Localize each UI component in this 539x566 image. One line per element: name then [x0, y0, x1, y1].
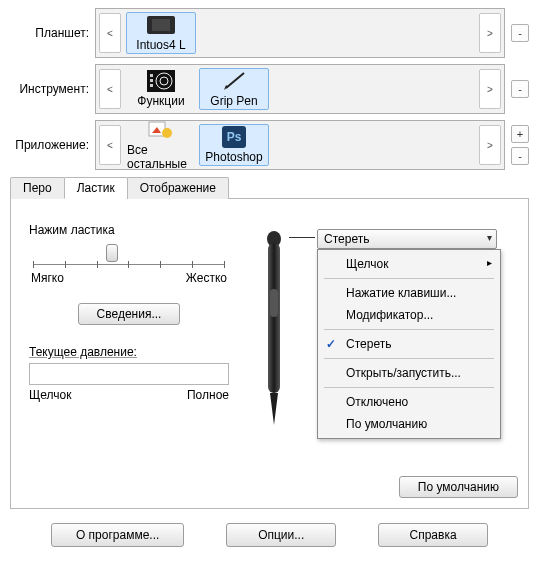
tab-pane-eraser: Нажим ластика Мягко Жестко Сведения... Т… — [10, 199, 529, 509]
tool-item-grippen[interactable]: Grip Pen — [199, 68, 269, 110]
tool-item-label: Grip Pen — [210, 94, 257, 108]
tool-item-functions[interactable]: Функции — [126, 68, 196, 110]
menu-item-disabled[interactable]: Отключено — [318, 391, 500, 413]
app-item-photoshop[interactable]: Ps Photoshop — [199, 124, 269, 166]
app-prev-button[interactable]: < — [99, 125, 121, 165]
about-button[interactable]: О программе... — [51, 523, 184, 547]
tab-pen[interactable]: Перо — [10, 177, 65, 199]
functions-icon — [145, 70, 177, 92]
slider-hard-label: Жестко — [186, 271, 227, 285]
eraser-pressure-title: Нажим ластика — [29, 223, 229, 237]
tool-prev-button[interactable]: < — [99, 69, 121, 109]
tablet-next-button[interactable]: > — [479, 13, 501, 53]
tablet-label: Планшет: — [10, 26, 95, 40]
stylus-icon — [259, 229, 289, 429]
app-label: Приложение: — [10, 138, 95, 152]
app-item-label: Photoshop — [205, 150, 262, 164]
tab-mapping[interactable]: Отображение — [127, 177, 229, 199]
help-button[interactable]: Справка — [378, 523, 488, 547]
options-button[interactable]: Опции... — [226, 523, 336, 547]
app-remove-button[interactable]: - — [511, 147, 529, 165]
apps-icon — [145, 119, 177, 141]
pen-icon — [218, 70, 250, 92]
tablet-item-intuos4[interactable]: Intuos4 L — [126, 12, 196, 54]
svg-rect-6 — [150, 79, 153, 82]
app-item-others[interactable]: Все остальные — [126, 124, 196, 166]
svg-line-8 — [226, 73, 244, 88]
menu-item-default[interactable]: По умолчанию — [318, 413, 500, 435]
app-selector: < Все остальные Ps Photoshop > — [95, 120, 505, 170]
pressure-full-label: Полное — [187, 388, 229, 402]
tab-bar: Перо Ластик Отображение — [10, 176, 529, 199]
svg-text:Ps: Ps — [227, 130, 242, 144]
tablet-prev-button[interactable]: < — [99, 13, 121, 53]
svg-rect-15 — [268, 243, 280, 393]
current-pressure-label: Текущее давление: — [29, 345, 229, 359]
tablet-remove-button[interactable]: - — [511, 24, 529, 42]
details-button[interactable]: Сведения... — [78, 303, 181, 325]
svg-rect-16 — [270, 289, 278, 317]
tablet-selector: < Intuos4 L > — [95, 8, 505, 58]
menu-item-modifier[interactable]: Модификатор... — [318, 304, 500, 326]
current-pressure-meter — [29, 363, 229, 385]
svg-marker-17 — [270, 393, 278, 425]
svg-rect-5 — [150, 74, 153, 77]
eraser-pressure-slider[interactable] — [33, 243, 225, 265]
slider-soft-label: Мягко — [31, 271, 64, 285]
svg-point-11 — [162, 128, 172, 138]
eraser-action-menu: Щелчок▸ Нажатие клавиши... Модификатор..… — [317, 249, 501, 439]
menu-item-click[interactable]: Щелчок▸ — [318, 253, 500, 275]
tab-eraser[interactable]: Ластик — [64, 177, 128, 199]
pressure-click-label: Щелчок — [29, 388, 71, 402]
photoshop-icon: Ps — [218, 126, 250, 148]
app-next-button[interactable]: > — [479, 125, 501, 165]
tool-item-label: Функции — [137, 94, 184, 108]
menu-item-keypress[interactable]: Нажатие клавиши... — [318, 282, 500, 304]
app-add-button[interactable]: + — [511, 125, 529, 143]
default-button[interactable]: По умолчанию — [399, 476, 518, 498]
combo-value: Стереть — [324, 232, 369, 246]
tool-next-button[interactable]: > — [479, 69, 501, 109]
pen-connector-line — [289, 237, 315, 238]
eraser-action-combo[interactable]: Стереть Щелчок▸ Нажатие клавиши... Модиф… — [317, 229, 497, 249]
menu-item-erase[interactable]: ✓Стереть — [318, 333, 500, 355]
menu-item-open[interactable]: Открыть/запустить... — [318, 362, 500, 384]
tool-selector: < Функции Grip Pen > — [95, 64, 505, 114]
tablet-icon — [145, 14, 177, 36]
tablet-item-label: Intuos4 L — [136, 38, 185, 52]
svg-rect-1 — [152, 19, 170, 31]
svg-rect-7 — [150, 84, 153, 87]
tool-label: Инструмент: — [10, 82, 95, 96]
app-item-label: Все остальные — [127, 143, 195, 171]
tool-remove-button[interactable]: - — [511, 80, 529, 98]
slider-thumb[interactable] — [106, 244, 118, 262]
